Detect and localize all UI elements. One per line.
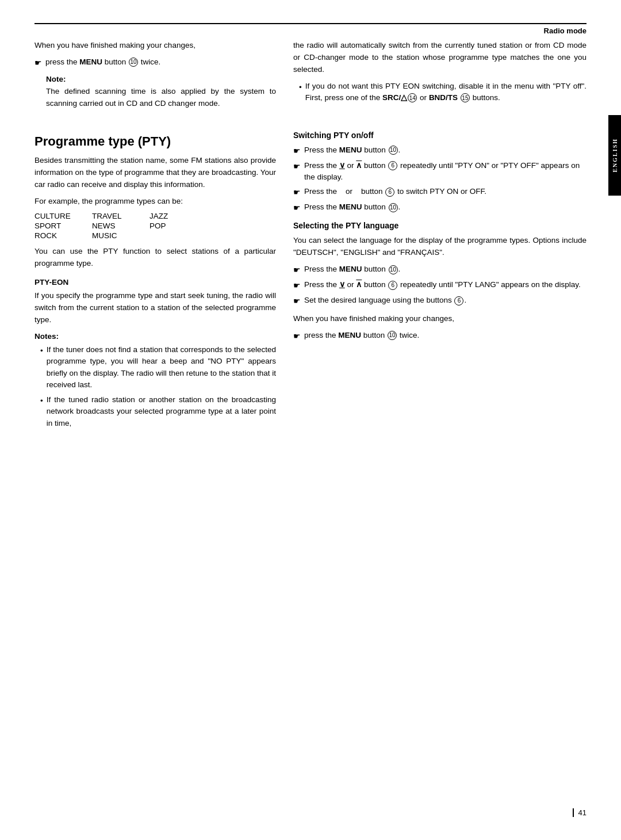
switch-step4-text: Press the MENU button 10. — [304, 201, 586, 213]
pty-eon-title: PTY-EON — [34, 278, 276, 287]
left-column: Programme type (PTY) Besides transmittin… — [34, 124, 293, 433]
finish-text: When you have finished making your chang… — [293, 313, 586, 325]
switch-step2-text: Press the ∨ or ∧ button 6 repeatedly unt… — [304, 160, 586, 184]
src-label: SRC/△ — [382, 93, 407, 102]
note-label: Note: — [46, 75, 276, 83]
type-travel: TRAVEL — [92, 212, 150, 220]
menu-circle4: 10 — [389, 265, 398, 274]
btn-circle-s2: 6 — [388, 161, 397, 170]
pty-note-2: • If the tuned radio station or another … — [40, 394, 276, 429]
type-sport: SPORT — [34, 222, 92, 230]
side-tab-label: ENGLISH — [612, 138, 618, 173]
arrow6-icon: ☛ — [293, 280, 301, 292]
up-sym2: ∧ — [356, 280, 362, 289]
pty-eon-notes: • If the tuner does not find a station t… — [40, 344, 276, 429]
btn-circle-se2: 6 — [388, 281, 397, 290]
bnd-circle: 15 — [461, 93, 470, 102]
menu-circle5: 10 — [388, 331, 397, 340]
type-empty — [150, 231, 195, 240]
selecting-pty-title: Selecting the PTY language — [293, 221, 586, 230]
function-text: You can use the PTY function to select s… — [34, 246, 276, 270]
bnd-label: BND/TS — [429, 93, 458, 102]
english-side-tab: ENGLISH — [608, 115, 621, 196]
type-jazz: JAZZ — [150, 212, 195, 220]
note-text: The defined scanning time is also applie… — [46, 86, 276, 110]
bullet1-dot: • — [40, 345, 43, 357]
right-bullets: • If you do not want this PTY EON switch… — [299, 81, 586, 104]
menu-circle2: 10 — [389, 146, 398, 155]
page-number: 41 — [573, 808, 586, 817]
down-sym: ∨ — [339, 161, 345, 170]
menu-bold: MENU — [79, 58, 102, 66]
up-sym: ∧ — [356, 161, 362, 170]
type-music: MUSIC — [92, 231, 150, 240]
select-step3: ☛ Set the desired language using the but… — [293, 295, 586, 307]
arrow2-icon: ☛ — [293, 161, 301, 173]
select-step1: ☛ Press the MENU button 10. — [293, 264, 586, 276]
pty-eon-text: If you specify the programme type and st… — [34, 290, 276, 326]
menu-bold2: MENU — [339, 146, 362, 154]
menu-circle3: 10 — [389, 203, 398, 212]
arrow5-icon: ☛ — [293, 264, 301, 276]
final-step: ☛ press the MENU button 10 twice. — [293, 330, 586, 342]
page-num-text: 41 — [578, 808, 586, 817]
type-news: NEWS — [92, 222, 150, 230]
bullet-dot: • — [299, 82, 302, 93]
switch-step2: ☛ Press the ∨ or ∧ button 6 repeatedly u… — [293, 160, 586, 184]
arrow-icon: ☛ — [34, 57, 42, 69]
top-left: When you have finished making your chang… — [34, 40, 293, 114]
page: ENGLISH Radio mode When you have finishe… — [0, 0, 621, 840]
type-pop: POP — [150, 222, 195, 230]
src-circle: 14 — [408, 93, 417, 102]
programme-type-intro: Besides transmitting the station name, s… — [34, 155, 276, 191]
arrow1-icon: ☛ — [293, 145, 301, 157]
programme-table: CULTURE TRAVEL JAZZ SPORT NEWS POP ROCK … — [34, 212, 276, 240]
switch-step3: ☛ Press the or button 6 to switch PTY ON… — [293, 186, 586, 198]
arrow4-icon: ☛ — [293, 202, 301, 214]
right-text1: the radio will automatically switch from… — [293, 40, 586, 76]
bullet2-dot: • — [40, 395, 43, 407]
select-step2-text: Press the ∨ or ∧ button 6 repeatedly unt… — [304, 279, 586, 291]
programme-type-title: Programme type (PTY) — [34, 134, 276, 149]
example-text: For example, the programme types can be: — [34, 196, 276, 208]
top-two-col: When you have finished making your chang… — [34, 40, 586, 114]
switch-step4: ☛ Press the MENU button 10. — [293, 201, 586, 214]
arrow7-icon: ☛ — [293, 295, 301, 307]
menu-circle: 10 — [129, 58, 138, 67]
menu-bold5: MENU — [338, 331, 361, 339]
type-rock: ROCK — [34, 231, 92, 240]
type-culture: CULTURE — [34, 212, 92, 220]
btn-circle-s3: 6 — [385, 188, 394, 197]
pty-note1-text: If the tuner does not find a station tha… — [47, 344, 276, 391]
press-menu-item: ☛ press the MENU button 10 twice. — [34, 56, 276, 69]
right-bullet1: • If you do not want this PTY EON switch… — [299, 81, 586, 104]
main-two-col: Programme type (PTY) Besides transmittin… — [34, 124, 586, 433]
press-menu-text: press the MENU button 10 twice. — [45, 56, 276, 68]
switch-step3-text: Press the or button 6 to switch PTY ON o… — [304, 186, 586, 197]
arrow8-icon: ☛ — [293, 330, 301, 342]
menu-bold3: MENU — [339, 203, 362, 211]
top-right: the radio will automatically switch from… — [293, 40, 586, 114]
pty-note-1: • If the tuner does not find a station t… — [40, 344, 276, 391]
select-step2: ☛ Press the ∨ or ∧ button 6 repeatedly u… — [293, 279, 586, 292]
select-step3-text: Set the desired language using the butto… — [304, 295, 586, 306]
select-step1-text: Press the MENU button 10. — [304, 264, 586, 275]
right-bullet1-text: If you do not want this PTY EON switchin… — [305, 81, 586, 104]
menu-bold4: MENU — [339, 265, 362, 273]
switching-pty-title: Switching PTY on/off — [293, 131, 586, 140]
pty-note2-text: If the tuned radio station or another st… — [47, 394, 276, 429]
intro-text: When you have finished making your chang… — [34, 40, 276, 52]
notes-label: Notes: — [34, 332, 276, 341]
note-block: Note: The defined scanning time is also … — [46, 75, 276, 110]
right-column: Switching PTY on/off ☛ Press the MENU bu… — [293, 124, 586, 433]
down-sym2: ∨ — [339, 280, 345, 289]
header-title: Radio mode — [544, 26, 586, 35]
top-section: Radio mode When you have finished making… — [34, 23, 586, 433]
final-step-text: press the MENU button 10 twice. — [304, 330, 586, 341]
switch-step1-text: Press the MENU button 10. — [304, 144, 586, 156]
header-divider — [34, 23, 586, 24]
arrow3-icon: ☛ — [293, 186, 301, 198]
switch-step1: ☛ Press the MENU button 10. — [293, 144, 586, 157]
header-row: Radio mode — [34, 26, 586, 35]
selecting-pty-intro: You can select the language for the disp… — [293, 235, 586, 259]
